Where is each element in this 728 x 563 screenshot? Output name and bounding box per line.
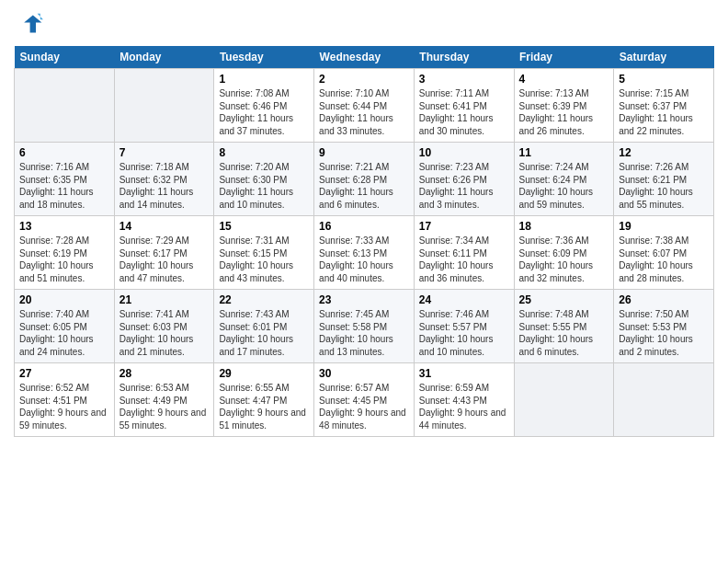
day-number: 25 xyxy=(519,293,609,306)
calendar-cell: 17Sunrise: 7:34 AM Sunset: 6:11 PM Dayli… xyxy=(414,216,514,290)
day-detail: Sunrise: 7:40 AM Sunset: 6:05 PM Dayligh… xyxy=(19,308,109,358)
calendar-cell: 12Sunrise: 7:26 AM Sunset: 6:21 PM Dayli… xyxy=(614,143,714,216)
calendar-header: SundayMondayTuesdayWednesdayThursdayFrid… xyxy=(15,46,714,69)
day-number: 2 xyxy=(319,73,409,86)
calendar-week-row: 20Sunrise: 7:40 AM Sunset: 6:05 PM Dayli… xyxy=(15,290,714,363)
calendar-cell: 27Sunrise: 6:52 AM Sunset: 4:51 PM Dayli… xyxy=(15,363,115,437)
calendar-cell: 6Sunrise: 7:16 AM Sunset: 6:35 PM Daylig… xyxy=(15,143,115,216)
calendar-cell: 22Sunrise: 7:43 AM Sunset: 6:01 PM Dayli… xyxy=(214,290,314,363)
calendar-cell: 20Sunrise: 7:40 AM Sunset: 6:05 PM Dayli… xyxy=(15,290,115,363)
day-number: 12 xyxy=(619,146,709,159)
day-number: 22 xyxy=(219,293,309,306)
calendar-cell: 14Sunrise: 7:29 AM Sunset: 6:17 PM Dayli… xyxy=(114,216,214,290)
day-detail: Sunrise: 7:23 AM Sunset: 6:26 PM Dayligh… xyxy=(419,161,509,211)
day-detail: Sunrise: 7:41 AM Sunset: 6:03 PM Dayligh… xyxy=(119,308,210,358)
day-number: 29 xyxy=(219,367,309,380)
calendar-cell: 7Sunrise: 7:18 AM Sunset: 6:32 PM Daylig… xyxy=(114,143,214,216)
calendar-cell: 13Sunrise: 7:28 AM Sunset: 6:19 PM Dayli… xyxy=(15,216,115,290)
day-number: 24 xyxy=(419,293,509,306)
day-detail: Sunrise: 6:55 AM Sunset: 4:47 PM Dayligh… xyxy=(219,382,309,431)
day-number: 31 xyxy=(419,367,509,380)
calendar-week-row: 13Sunrise: 7:28 AM Sunset: 6:19 PM Dayli… xyxy=(15,216,714,290)
weekday-header-cell: Tuesday xyxy=(214,46,314,69)
day-number: 26 xyxy=(619,293,709,306)
day-detail: Sunrise: 7:10 AM Sunset: 6:44 PM Dayligh… xyxy=(319,87,409,137)
day-number: 11 xyxy=(519,146,609,159)
day-detail: Sunrise: 7:20 AM Sunset: 6:30 PM Dayligh… xyxy=(219,161,309,211)
day-number: 16 xyxy=(319,220,409,233)
day-number: 20 xyxy=(19,293,109,306)
calendar-cell: 29Sunrise: 6:55 AM Sunset: 4:47 PM Dayli… xyxy=(214,363,314,437)
weekday-header-row: SundayMondayTuesdayWednesdayThursdayFrid… xyxy=(15,46,714,69)
day-number: 8 xyxy=(219,146,309,159)
logo-icon xyxy=(14,9,43,39)
day-number: 28 xyxy=(119,367,210,380)
day-number: 5 xyxy=(619,73,709,86)
calendar-cell xyxy=(514,363,614,437)
calendar-week-row: 27Sunrise: 6:52 AM Sunset: 4:51 PM Dayli… xyxy=(15,363,714,437)
weekday-header-cell: Sunday xyxy=(15,46,115,69)
calendar-week-row: 6Sunrise: 7:16 AM Sunset: 6:35 PM Daylig… xyxy=(15,143,714,216)
day-detail: Sunrise: 7:26 AM Sunset: 6:21 PM Dayligh… xyxy=(619,161,709,211)
day-detail: Sunrise: 7:45 AM Sunset: 5:58 PM Dayligh… xyxy=(319,308,409,358)
calendar-cell: 30Sunrise: 6:57 AM Sunset: 4:45 PM Dayli… xyxy=(314,363,415,437)
calendar-cell: 16Sunrise: 7:33 AM Sunset: 6:13 PM Dayli… xyxy=(314,216,415,290)
day-number: 4 xyxy=(519,73,609,86)
day-detail: Sunrise: 6:52 AM Sunset: 4:51 PM Dayligh… xyxy=(19,382,109,431)
calendar-cell: 3Sunrise: 7:11 AM Sunset: 6:41 PM Daylig… xyxy=(414,69,514,143)
logo xyxy=(14,9,47,39)
day-number: 10 xyxy=(419,146,509,159)
day-detail: Sunrise: 7:24 AM Sunset: 6:24 PM Dayligh… xyxy=(519,161,609,211)
calendar-cell: 26Sunrise: 7:50 AM Sunset: 5:53 PM Dayli… xyxy=(614,290,714,363)
day-number: 7 xyxy=(119,146,210,159)
weekday-header-cell: Monday xyxy=(114,46,214,69)
day-number: 1 xyxy=(219,73,309,86)
calendar-cell: 15Sunrise: 7:31 AM Sunset: 6:15 PM Dayli… xyxy=(214,216,314,290)
day-detail: Sunrise: 7:36 AM Sunset: 6:09 PM Dayligh… xyxy=(519,235,609,284)
calendar-cell xyxy=(614,363,714,437)
day-detail: Sunrise: 7:28 AM Sunset: 6:19 PM Dayligh… xyxy=(19,235,109,284)
day-detail: Sunrise: 7:43 AM Sunset: 6:01 PM Dayligh… xyxy=(219,308,309,358)
calendar-week-row: 1Sunrise: 7:08 AM Sunset: 6:46 PM Daylig… xyxy=(15,69,714,143)
day-detail: Sunrise: 7:16 AM Sunset: 6:35 PM Dayligh… xyxy=(19,161,109,211)
calendar-cell: 21Sunrise: 7:41 AM Sunset: 6:03 PM Dayli… xyxy=(114,290,214,363)
day-detail: Sunrise: 7:13 AM Sunset: 6:39 PM Dayligh… xyxy=(519,87,609,137)
calendar-cell: 10Sunrise: 7:23 AM Sunset: 6:26 PM Dayli… xyxy=(414,143,514,216)
day-detail: Sunrise: 7:11 AM Sunset: 6:41 PM Dayligh… xyxy=(419,87,509,137)
calendar-cell xyxy=(15,69,115,143)
weekday-header-cell: Wednesday xyxy=(314,46,415,69)
day-number: 13 xyxy=(19,220,109,233)
day-detail: Sunrise: 7:21 AM Sunset: 6:28 PM Dayligh… xyxy=(319,161,409,211)
weekday-header-cell: Saturday xyxy=(614,46,714,69)
day-number: 15 xyxy=(219,220,309,233)
day-detail: Sunrise: 6:59 AM Sunset: 4:43 PM Dayligh… xyxy=(419,382,509,431)
calendar-cell: 2Sunrise: 7:10 AM Sunset: 6:44 PM Daylig… xyxy=(314,69,415,143)
day-detail: Sunrise: 7:18 AM Sunset: 6:32 PM Dayligh… xyxy=(119,161,210,211)
day-detail: Sunrise: 6:53 AM Sunset: 4:49 PM Dayligh… xyxy=(119,382,210,431)
day-detail: Sunrise: 6:57 AM Sunset: 4:45 PM Dayligh… xyxy=(319,382,409,431)
calendar-cell: 9Sunrise: 7:21 AM Sunset: 6:28 PM Daylig… xyxy=(314,143,415,216)
day-detail: Sunrise: 7:31 AM Sunset: 6:15 PM Dayligh… xyxy=(219,235,309,284)
day-detail: Sunrise: 7:08 AM Sunset: 6:46 PM Dayligh… xyxy=(219,87,309,137)
calendar-page: SundayMondayTuesdayWednesdayThursdayFrid… xyxy=(0,0,728,446)
day-number: 21 xyxy=(119,293,210,306)
day-number: 17 xyxy=(419,220,509,233)
calendar-cell: 1Sunrise: 7:08 AM Sunset: 6:46 PM Daylig… xyxy=(214,69,314,143)
day-number: 27 xyxy=(19,367,109,380)
calendar-cell: 23Sunrise: 7:45 AM Sunset: 5:58 PM Dayli… xyxy=(314,290,415,363)
day-detail: Sunrise: 7:15 AM Sunset: 6:37 PM Dayligh… xyxy=(619,87,709,137)
day-number: 6 xyxy=(19,146,109,159)
calendar-cell: 18Sunrise: 7:36 AM Sunset: 6:09 PM Dayli… xyxy=(514,216,614,290)
calendar-cell xyxy=(114,69,214,143)
weekday-header-cell: Thursday xyxy=(414,46,514,69)
calendar-cell: 8Sunrise: 7:20 AM Sunset: 6:30 PM Daylig… xyxy=(214,143,314,216)
day-detail: Sunrise: 7:38 AM Sunset: 6:07 PM Dayligh… xyxy=(619,235,709,284)
weekday-header-cell: Friday xyxy=(514,46,614,69)
calendar-cell: 19Sunrise: 7:38 AM Sunset: 6:07 PM Dayli… xyxy=(614,216,714,290)
day-number: 23 xyxy=(319,293,409,306)
day-number: 19 xyxy=(619,220,709,233)
day-detail: Sunrise: 7:46 AM Sunset: 5:57 PM Dayligh… xyxy=(419,308,509,358)
calendar-cell: 24Sunrise: 7:46 AM Sunset: 5:57 PM Dayli… xyxy=(414,290,514,363)
day-detail: Sunrise: 7:33 AM Sunset: 6:13 PM Dayligh… xyxy=(319,235,409,284)
day-detail: Sunrise: 7:48 AM Sunset: 5:55 PM Dayligh… xyxy=(519,308,609,358)
